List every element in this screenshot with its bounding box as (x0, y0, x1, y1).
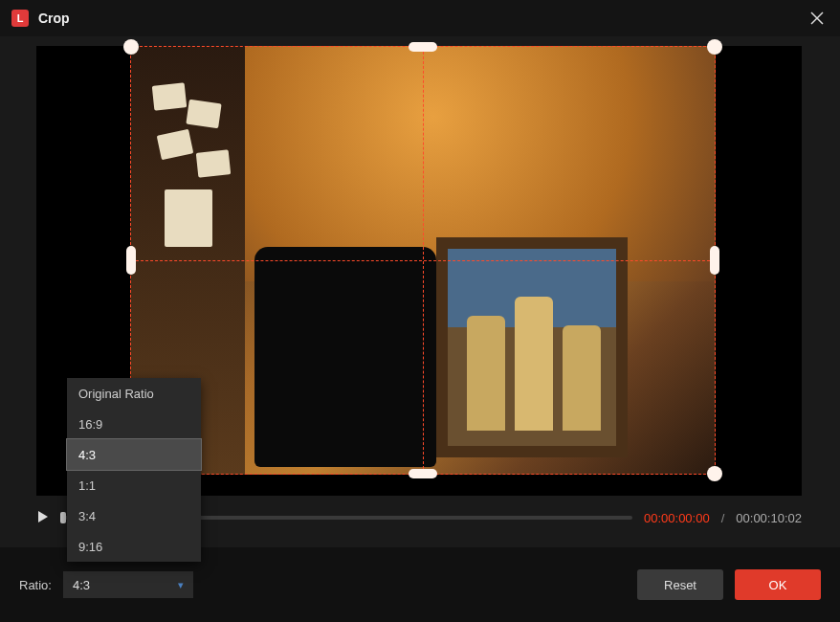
close-button[interactable] (806, 7, 829, 30)
ratio-option-original[interactable]: Original Ratio (67, 378, 201, 409)
titlebar: L Crop (0, 0, 840, 36)
ratio-select[interactable]: 4:3 ▾ (63, 571, 193, 598)
scene-paper (165, 189, 212, 247)
scene-painting (436, 237, 628, 457)
crop-handle-s[interactable] (409, 469, 437, 478)
scene-paper (186, 100, 221, 128)
crop-handle-w[interactable] (126, 246, 136, 275)
ratio-label: Ratio: (19, 578, 52, 592)
ratio-option-4-3[interactable]: 4:3 (67, 439, 201, 470)
ratio-option-9-16[interactable]: 9:16 (67, 531, 201, 562)
close-icon (810, 11, 824, 25)
window-title: Crop (38, 11, 70, 26)
reset-button[interactable]: Reset (637, 569, 723, 600)
scene-paper (152, 82, 188, 110)
time-separator: / (721, 511, 725, 525)
ratio-selected-value: 4:3 (73, 578, 90, 592)
ok-button[interactable]: OK (735, 569, 821, 600)
video-frame[interactable] (130, 46, 716, 475)
play-icon (36, 510, 50, 523)
crop-handle-ne[interactable] (707, 39, 722, 55)
scene-chair (254, 247, 436, 467)
play-button[interactable] (36, 510, 52, 525)
chevron-down-icon: ▾ (178, 579, 184, 591)
ratio-option-16-9[interactable]: 16:9 (67, 409, 201, 439)
crop-handle-se[interactable] (707, 466, 722, 481)
svg-marker-2 (38, 511, 48, 522)
ratio-option-3-4[interactable]: 3:4 (67, 500, 201, 531)
timeline-knob[interactable] (60, 512, 66, 523)
crop-handle-nw[interactable] (123, 39, 139, 55)
ratio-dropdown-menu[interactable]: Original Ratio 16:9 4:3 1:1 3:4 9:16 (67, 378, 201, 562)
ratio-option-1-1[interactable]: 1:1 (67, 470, 201, 500)
time-total: 00:00:10:02 (736, 511, 802, 525)
time-current: 00:00:00:00 (644, 511, 710, 525)
crop-handle-n[interactable] (409, 42, 437, 52)
crop-handle-e[interactable] (710, 246, 719, 275)
scene-paper (196, 149, 232, 177)
app-icon: L (11, 10, 29, 27)
